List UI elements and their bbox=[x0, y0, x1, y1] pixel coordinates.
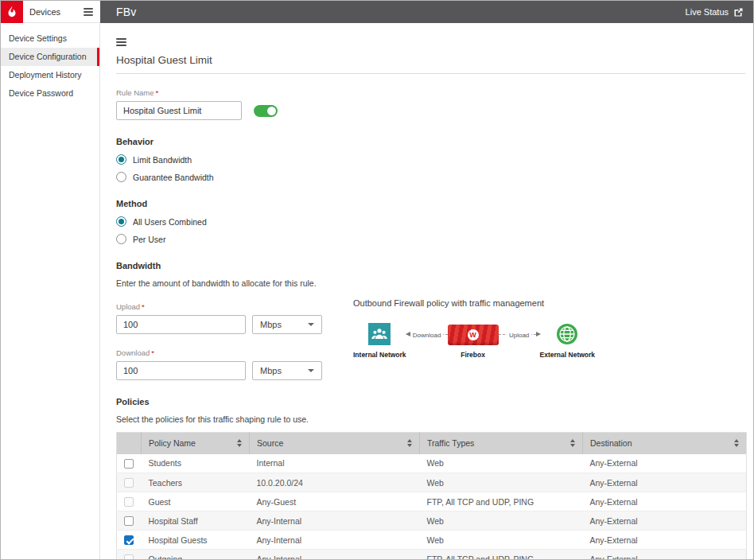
table-row: Hospital Guests Any-Internal Web Any-Ext… bbox=[117, 531, 747, 550]
required-asterisk: * bbox=[151, 348, 154, 357]
table-header-traffic-types[interactable]: Traffic Types bbox=[420, 433, 583, 454]
policy-source-cell: 10.0.20.0/24 bbox=[250, 473, 420, 492]
sidebar-item-device-configuration[interactable]: Device Configuration bbox=[1, 48, 99, 66]
live-status-link[interactable]: Live Status bbox=[686, 7, 744, 18]
internal-network-label: Internal Network bbox=[353, 351, 406, 359]
upload-arrow-label: Upload bbox=[507, 332, 531, 339]
external-network-icon bbox=[556, 323, 578, 345]
internal-network-icon bbox=[368, 323, 391, 345]
title-divider bbox=[116, 73, 745, 74]
policy-source-cell: Any-Internal bbox=[250, 531, 420, 550]
sidebar-item-deployment-history[interactable]: Deployment History bbox=[1, 66, 99, 84]
device-title: FBv bbox=[116, 6, 137, 18]
radio-label: Limit Bandwidth bbox=[133, 155, 192, 165]
sort-icon[interactable] bbox=[407, 439, 412, 447]
live-status-label: Live Status bbox=[686, 7, 729, 17]
table-row: Guest Any-Guest FTP, All TCP and UDP, PI… bbox=[117, 492, 747, 511]
radio-limit-bandwidth[interactable]: Limit Bandwidth bbox=[116, 154, 745, 165]
sidebar-item-device-settings[interactable]: Device Settings bbox=[1, 29, 99, 48]
body-row: Device Settings Device Configuration Dep… bbox=[1, 23, 753, 560]
app-window: Devices FBv Live Status Device Settings … bbox=[0, 0, 754, 560]
table-header-destination[interactable]: Destination bbox=[583, 433, 747, 454]
upload-unit-select[interactable]: Mbps bbox=[252, 315, 322, 334]
download-unit-select[interactable]: Mbps bbox=[252, 361, 322, 380]
table-header-policy-name[interactable]: Policy Name bbox=[142, 433, 250, 454]
policy-checkbox[interactable] bbox=[124, 516, 134, 526]
policy-checkbox[interactable] bbox=[124, 535, 134, 545]
policy-traffic-cell: Web bbox=[420, 454, 583, 473]
devices-label: Devices bbox=[29, 7, 84, 17]
policy-name-cell: Hospital Guests bbox=[142, 531, 250, 550]
firebox-label: Firebox bbox=[461, 351, 485, 359]
bandwidth-description: Enter the amount of bandwidth to allocat… bbox=[116, 278, 745, 288]
column-label: Destination bbox=[590, 438, 632, 448]
content-menu-toggle[interactable] bbox=[110, 29, 745, 46]
policy-destination-cell: Any-External bbox=[583, 550, 747, 560]
policy-source-cell: Any-Internal bbox=[250, 550, 420, 560]
top-bar: Devices FBv Live Status bbox=[1, 1, 753, 23]
radio-per-user[interactable]: Per User bbox=[116, 234, 745, 244]
page-title: Hospital Guest Limit bbox=[116, 54, 745, 66]
download-arrow-label: Download bbox=[410, 332, 444, 339]
policy-checkbox[interactable] bbox=[124, 459, 134, 469]
sidebar-item-device-password[interactable]: Device Password bbox=[1, 84, 99, 103]
policy-destination-cell: Any-External bbox=[583, 454, 747, 473]
behavior-heading: Behavior bbox=[116, 137, 745, 146]
policy-checkbox[interactable] bbox=[124, 478, 134, 488]
radio-icon[interactable] bbox=[116, 216, 126, 227]
policy-checkbox[interactable] bbox=[124, 497, 134, 507]
download-value-input[interactable] bbox=[116, 361, 246, 380]
radio-label: Guarantee Bandwidth bbox=[133, 173, 214, 182]
method-heading: Method bbox=[116, 199, 745, 208]
policy-destination-cell: Any-External bbox=[583, 473, 747, 492]
required-asterisk: * bbox=[142, 302, 145, 311]
upload-value-input[interactable] bbox=[116, 315, 246, 334]
watchguard-logo-icon bbox=[1, 1, 23, 23]
column-label: Traffic Types bbox=[427, 438, 474, 448]
table-row: Hospital Staff Any-Internal Web Any-Exte… bbox=[117, 511, 747, 531]
table-header-checkbox bbox=[117, 433, 142, 454]
arrow-right-head bbox=[536, 332, 541, 336]
policies-heading: Policies bbox=[116, 397, 745, 406]
chevron-down-icon bbox=[308, 369, 314, 372]
download-label: Download* bbox=[116, 348, 353, 357]
table-header-source[interactable]: Source bbox=[250, 433, 420, 454]
policy-source-cell: Internal bbox=[250, 454, 420, 473]
brand-bar: Devices bbox=[1, 1, 100, 23]
policy-name-cell: Outgoing bbox=[142, 550, 250, 560]
policy-traffic-cell: Web bbox=[420, 473, 583, 492]
sidebar-item-label: Device Settings bbox=[9, 33, 67, 43]
policy-traffic-cell: Web bbox=[420, 511, 583, 531]
sort-icon[interactable] bbox=[734, 439, 739, 447]
policy-destination-cell: Any-External bbox=[583, 511, 747, 531]
firebox-w-logo-icon: W bbox=[468, 329, 479, 340]
rule-name-input[interactable] bbox=[116, 101, 242, 120]
radio-icon[interactable] bbox=[116, 154, 126, 165]
arrow-left-head bbox=[406, 332, 410, 336]
policy-traffic-cell: FTP, All TCP and UDP, PING bbox=[420, 550, 583, 560]
sidebar-item-label: Device Password bbox=[9, 88, 73, 98]
radio-guarantee-bandwidth[interactable]: Guarantee Bandwidth bbox=[116, 172, 745, 182]
download-arrow: Download bbox=[406, 334, 448, 335]
policy-traffic-cell: Web bbox=[420, 531, 583, 550]
policy-checkbox[interactable] bbox=[124, 554, 134, 560]
table-row: Teachers 10.0.20.0/24 Web Any-External bbox=[117, 473, 747, 492]
diagram-caption: Outbound Firewall policy with traffic ma… bbox=[353, 298, 600, 308]
policy-name-cell: Students bbox=[142, 454, 250, 473]
column-label: Source bbox=[257, 438, 283, 448]
rule-enabled-toggle[interactable] bbox=[254, 105, 278, 117]
traffic-diagram: Outbound Firewall policy with traffic ma… bbox=[353, 288, 600, 359]
devices-menu-icon[interactable] bbox=[84, 8, 93, 16]
column-label: Policy Name bbox=[149, 438, 196, 448]
radio-icon[interactable] bbox=[116, 234, 126, 244]
radio-label: All Users Combined bbox=[133, 217, 207, 227]
unit-select-value: Mbps bbox=[260, 366, 282, 375]
radio-all-users-combined[interactable]: All Users Combined bbox=[116, 216, 745, 227]
policy-traffic-cell: FTP, All TCP and UDP, PING bbox=[420, 492, 583, 511]
sort-icon[interactable] bbox=[570, 439, 575, 447]
sort-icon[interactable] bbox=[237, 439, 242, 447]
radio-icon[interactable] bbox=[116, 172, 126, 182]
bandwidth-heading: Bandwidth bbox=[116, 261, 745, 270]
unit-select-value: Mbps bbox=[260, 320, 282, 329]
policies-table: Policy Name Source Traffic Types Destina… bbox=[116, 432, 747, 560]
